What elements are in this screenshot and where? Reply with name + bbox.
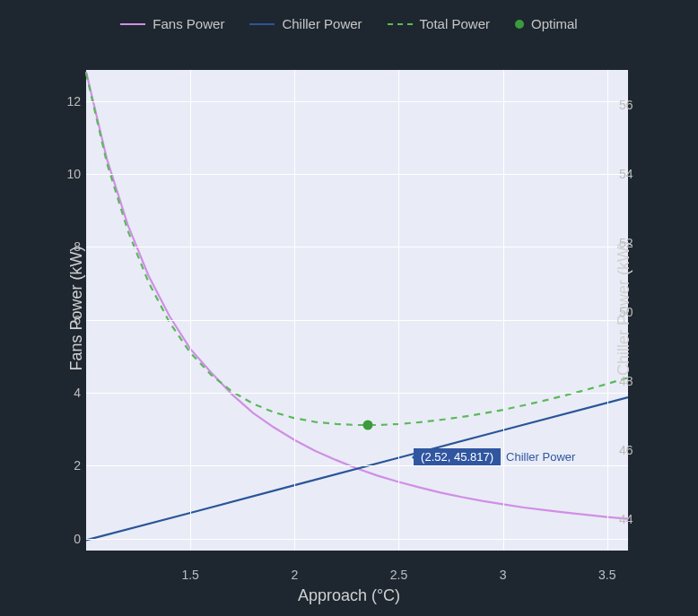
grid-line	[294, 70, 295, 551]
y1-tick: 2	[45, 458, 81, 473]
legend-item-total[interactable]: Total Power	[388, 16, 490, 31]
line-icon	[120, 23, 145, 25]
legend-label: Fans Power	[153, 16, 224, 31]
x-axis-label: Approach (°C)	[298, 586, 400, 605]
dot-icon	[515, 20, 524, 29]
y1-axis-label: Fans Power (kW)	[67, 246, 86, 370]
point-annotation: (2.52, 45.817)Chiller Power	[414, 448, 575, 465]
y1-tick: 6	[45, 313, 81, 327]
grid-line	[86, 174, 628, 175]
y1-tick: 0	[45, 532, 81, 546]
x-tick: 1.5	[181, 568, 198, 582]
legend-label: Chiller Power	[282, 16, 362, 31]
grid-line	[190, 70, 191, 551]
series-total-power	[86, 74, 628, 425]
y2-tick: 48	[619, 374, 655, 388]
x-tick: 3	[500, 568, 507, 582]
legend: Fans Power Chiller Power Total Power Opt…	[0, 16, 698, 31]
grid-line	[86, 247, 628, 247]
plot-area[interactable]: (2.52, 45.817)Chiller Power	[86, 70, 628, 551]
x-tick: 3.5	[598, 568, 615, 582]
grid-line	[86, 539, 628, 540]
y2-tick: 52	[619, 236, 655, 250]
y1-tick: 4	[45, 386, 81, 400]
y1-tick: 10	[45, 167, 81, 181]
chart-container: Fans Power Chiller Power Total Power Opt…	[0, 0, 698, 616]
y2-tick: 44	[619, 512, 655, 526]
y2-tick: 56	[619, 98, 655, 112]
legend-item-optimal[interactable]: Optimal	[515, 16, 578, 31]
grid-line	[86, 320, 628, 321]
y2-tick: 50	[619, 305, 655, 319]
annotation-value: (2.52, 45.817)	[414, 448, 501, 465]
dashed-line-icon	[388, 23, 413, 25]
line-icon	[249, 23, 275, 25]
grid-line	[503, 70, 504, 551]
grid-line	[86, 101, 628, 102]
y2-tick: 54	[619, 167, 655, 181]
chart-svg	[86, 70, 628, 551]
x-tick: 2	[291, 568, 298, 582]
grid-line	[607, 70, 608, 551]
legend-item-chiller[interactable]: Chiller Power	[249, 16, 362, 31]
grid-line	[398, 70, 399, 551]
x-tick: 2.5	[390, 568, 407, 582]
grid-line	[86, 465, 628, 466]
grid-line	[86, 393, 628, 394]
y1-tick: 12	[45, 94, 81, 108]
annotation-trace-name: Chiller Power	[506, 450, 575, 464]
legend-label: Total Power	[420, 16, 490, 31]
y1-tick: 8	[45, 239, 81, 254]
series-chiller-power	[86, 397, 628, 540]
legend-item-fans[interactable]: Fans Power	[120, 16, 224, 31]
optimal-point	[362, 421, 372, 430]
legend-label: Optimal	[531, 16, 578, 31]
y2-tick: 46	[619, 443, 655, 457]
